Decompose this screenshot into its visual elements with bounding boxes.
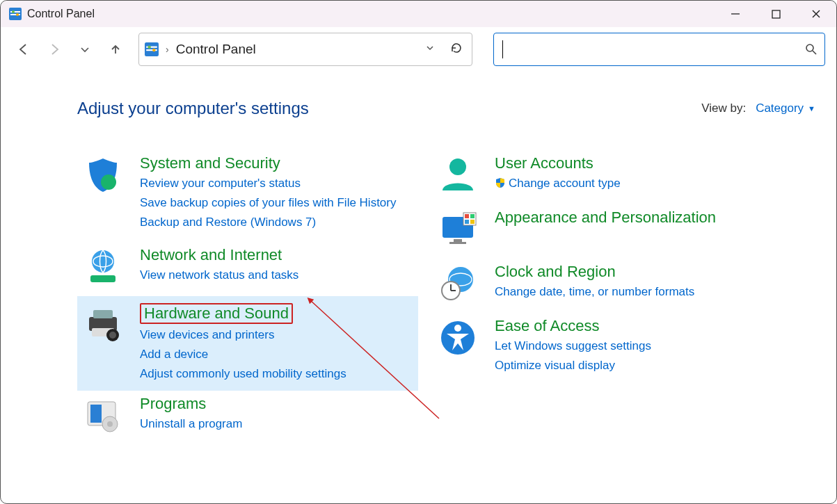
category-hardware-sound: Hardware and Sound View devices and prin… [77,296,418,391]
svg-rect-35 [465,220,469,224]
up-button[interactable] [104,38,127,61]
back-button[interactable] [12,38,35,61]
breadcrumb-separator-icon[interactable]: › [166,44,169,55]
window-title: Control Panel [27,8,95,20]
svg-point-3 [12,10,15,13]
view-by-dropdown[interactable]: Category ▼ [756,101,815,115]
svg-rect-20 [93,310,113,318]
monitor-icon [436,209,479,249]
uac-shield-icon [495,175,506,186]
accessibility-icon [436,317,479,375]
link-network-status[interactable]: View network status and tasks [140,266,414,285]
category-network-internet: Network and Internet View network status… [77,242,418,296]
svg-point-28 [449,158,466,175]
control-panel-icon [145,42,159,56]
svg-point-17 [92,250,114,273]
category-title-clock[interactable]: Clock and Region [495,263,616,281]
svg-line-15 [813,51,816,54]
link-backup-restore[interactable]: Backup and Restore (Windows 7) [140,213,414,232]
category-title-system-security[interactable]: System and Security [140,154,280,172]
link-uninstall-program[interactable]: Uninstall a program [140,414,414,434]
link-review-status[interactable]: Review your computer's status [140,174,414,193]
breadcrumb[interactable]: Control Panel [176,42,256,57]
category-programs: Programs Uninstall a program [77,391,418,445]
address-dropdown-button[interactable] [420,43,440,56]
search-input[interactable] [501,42,805,56]
link-change-account-type[interactable]: Change account type [495,174,811,193]
maximize-button[interactable] [756,1,796,27]
link-optimize-display[interactable]: Optimize visual display [495,356,811,375]
category-system-security: System and Security Review your computer… [77,150,418,242]
svg-point-4 [16,13,19,16]
svg-point-23 [109,332,116,339]
category-clock-region: Clock and Region Change date, time, or n… [432,259,815,313]
svg-rect-6 [772,10,780,18]
programs-icon [81,395,125,435]
nav-row: › Control Panel [1,27,836,71]
svg-point-12 [148,45,150,48]
clock-globe-icon [436,263,479,303]
address-bar[interactable]: › Control Panel [138,33,472,66]
page-title: Adjust your computer's settings [77,99,309,118]
link-add-device[interactable]: Add a device [140,345,414,364]
svg-point-13 [152,48,155,51]
link-suggest-settings[interactable]: Let Windows suggest settings [495,336,811,356]
forward-button[interactable] [42,38,66,61]
link-mobility-settings[interactable]: Adjust commonly used mobility settings [140,364,414,384]
recent-locations-button[interactable] [73,38,97,61]
svg-point-16 [101,174,116,190]
svg-point-14 [806,44,813,51]
svg-point-42 [454,325,461,332]
category-appearance: Appearance and Personalization [432,204,815,259]
titlebar: Control Panel [1,1,836,27]
svg-rect-18 [90,275,115,282]
svg-rect-33 [465,214,469,218]
view-by-label: View by: [701,101,746,115]
svg-rect-31 [449,242,466,244]
heading-row: Adjust your computer's settings View by:… [77,99,815,118]
category-title-hardware[interactable]: Hardware and Sound [140,303,293,324]
svg-rect-36 [470,220,475,224]
chevron-down-icon: ▼ [808,104,815,113]
link-devices-printers[interactable]: View devices and printers [140,325,414,345]
minimize-button[interactable] [715,1,756,27]
close-button[interactable] [796,1,836,27]
shield-icon [81,154,125,232]
svg-rect-30 [454,239,462,242]
link-change-account-type-label: Change account type [509,177,621,190]
printer-icon [81,303,125,384]
category-title-network[interactable]: Network and Internet [140,246,282,264]
category-title-programs[interactable]: Programs [140,395,206,413]
control-panel-window: Control Panel › Control P [0,0,837,504]
control-panel-icon [9,8,22,20]
category-title-appearance[interactable]: Appearance and Personalization [495,209,716,227]
category-ease-access: Ease of Access Let Windows suggest setti… [432,313,815,385]
svg-point-27 [107,421,113,427]
view-by-value: Category [756,101,804,115]
user-icon [436,154,479,195]
svg-rect-25 [90,405,102,423]
content-area: Adjust your computer's settings View by:… [1,71,836,503]
refresh-button[interactable] [447,42,466,57]
svg-rect-34 [470,214,475,218]
category-title-ease[interactable]: Ease of Access [495,317,599,335]
link-date-time-formats[interactable]: Change date, time, or number formats [495,282,811,302]
search-box[interactable] [493,33,825,66]
search-icon[interactable] [805,43,818,56]
category-title-users[interactable]: User Accounts [495,154,593,172]
category-user-accounts: User Accounts Change account type [432,150,815,204]
text-cursor [502,40,503,58]
globe-icon [81,246,125,286]
link-file-history[interactable]: Save backup copies of your files with Fi… [140,193,414,213]
